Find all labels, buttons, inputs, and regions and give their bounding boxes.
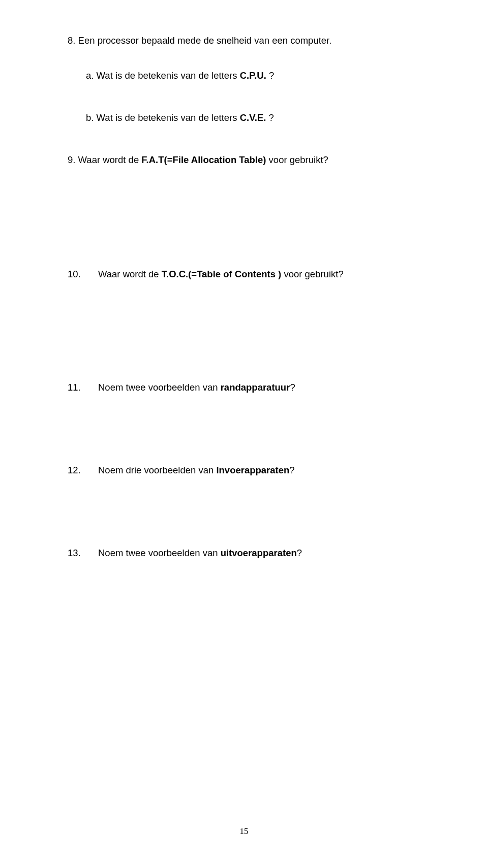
q8a-suffix: ?: [266, 70, 274, 81]
q13-num: 13.: [68, 547, 98, 560]
q13-prefix: Noem twee voorbeelden van: [98, 548, 221, 558]
q8b-bold: C.V.E.: [240, 112, 266, 123]
q9-suffix: voor gebruikt?: [266, 154, 328, 165]
page-number: 15: [0, 826, 488, 837]
question-8b: b. Wat is de betekenis van de letters C.…: [86, 112, 428, 124]
question-9: 9. Waar wordt de F.A.T(=File Allocation …: [68, 154, 428, 167]
question-10: 10. Waar wordt de T.O.C.(=Table of Conte…: [68, 268, 428, 281]
q13-bold: uitvoerapparaten: [221, 548, 297, 558]
q9-bold: F.A.T(=File Allocation Table): [141, 154, 266, 165]
q11-text: Noem twee voorbeelden van randapparatuur…: [98, 381, 428, 394]
question-8a: a. Wat is de betekenis van de letters C.…: [86, 70, 428, 82]
q12-prefix: Noem drie voorbeelden van: [98, 465, 216, 475]
q12-num: 12.: [68, 464, 98, 477]
q13-suffix: ?: [297, 548, 302, 558]
q11-bold: randapparatuur: [221, 382, 290, 393]
q8a-prefix: a. Wat is de betekenis van de letters: [86, 70, 240, 81]
q8a-bold: C.P.U.: [240, 70, 266, 81]
q12-bold: invoerapparaten: [216, 465, 289, 475]
q13-text: Noem twee voorbeelden van uitvoerapparat…: [98, 547, 428, 560]
q10-suffix: voor gebruikt?: [281, 269, 343, 279]
q10-num: 10.: [68, 268, 98, 281]
question-13: 13. Noem twee voorbeelden van uitvoerapp…: [68, 547, 428, 560]
question-8: 8. Een processor bepaald mede de snelhei…: [68, 35, 428, 47]
q8b-prefix: b. Wat is de betekenis van de letters: [86, 112, 240, 123]
q11-prefix: Noem twee voorbeelden van: [98, 382, 221, 393]
q9-prefix: 9. Waar wordt de: [68, 154, 141, 165]
question-11: 11. Noem twee voorbeelden van randappara…: [68, 381, 428, 394]
q11-num: 11.: [68, 381, 98, 394]
question-12: 12. Noem drie voorbeelden van invoerappa…: [68, 464, 428, 477]
q8b-suffix: ?: [266, 112, 273, 123]
q10-text: Waar wordt de T.O.C.(=Table of Contents …: [98, 268, 428, 281]
q10-bold: T.O.C.(=Table of Contents ): [162, 269, 282, 279]
q11-suffix: ?: [290, 382, 295, 393]
q10-prefix: Waar wordt de: [98, 269, 162, 279]
q8-text: 8. Een processor bepaald mede de snelhei…: [68, 35, 331, 46]
q12-suffix: ?: [289, 465, 294, 475]
q12-text: Noem drie voorbeelden van invoerapparate…: [98, 464, 428, 477]
